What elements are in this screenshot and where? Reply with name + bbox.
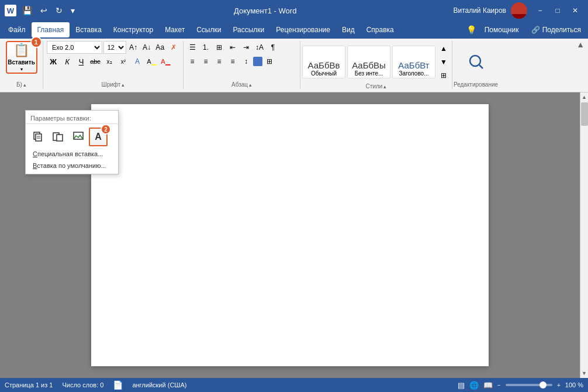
menu-view[interactable]: Вид [336, 22, 361, 37]
menu-home[interactable]: Главная [32, 22, 70, 37]
layout-print-btn[interactable]: ▤ [458, 381, 465, 390]
menu-review[interactable]: Рецензирование [270, 22, 336, 37]
minimize-btn[interactable]: − [532, 4, 548, 17]
sort-btn[interactable]: ↕A [253, 41, 266, 54]
paste-special-item[interactable]: Специальная вставка... [26, 148, 118, 160]
document-page[interactable] [91, 104, 489, 366]
decrease-indent-btn[interactable]: ⇤ [226, 41, 239, 54]
font-size-select[interactable]: 12 [103, 41, 126, 54]
styles-label: Стили ▴ [303, 83, 449, 91]
para-row-1: ☰ 1. ⊞ ⇤ ⇥ ↕A ¶ [186, 41, 298, 54]
paste-picture-btn[interactable] [69, 128, 88, 146]
shading-btn[interactable] [253, 57, 262, 66]
help-light-icon[interactable]: 💡 [466, 25, 476, 35]
shrink-font-btn[interactable]: A↓ [141, 41, 153, 54]
qa-more-btn[interactable]: ▾ [68, 5, 77, 16]
styles-more[interactable]: ⊞ [437, 69, 450, 82]
grow-font-btn[interactable]: A↑ [127, 41, 140, 54]
user-avatar [511, 2, 527, 19]
bold-btn[interactable]: Ж [47, 55, 60, 68]
clipboard-content: 📋 Вставить ▾ 1 [6, 41, 37, 81]
menu-layout[interactable]: Макет [159, 22, 191, 37]
bullets-btn[interactable]: ☰ [186, 41, 199, 54]
share-btn[interactable]: 🔗 Поделиться [527, 23, 586, 36]
subscript-btn[interactable]: x₂ [103, 55, 116, 68]
paragraph-label: Абзац ▴ [186, 81, 298, 89]
zoom-in-btn[interactable]: + [557, 382, 561, 388]
save-btn[interactable]: 💾 [20, 5, 34, 16]
style-heading1-preview: АаБбВт [398, 60, 429, 70]
font-color-btn[interactable]: A▁ [159, 55, 172, 68]
style-normal[interactable]: АаБбВв Обычный [302, 46, 345, 78]
show-marks-btn[interactable]: ¶ [267, 41, 279, 54]
increase-indent-btn[interactable]: ⇥ [240, 41, 253, 54]
numbering-btn[interactable]: 1. [199, 41, 212, 54]
superscript-btn[interactable]: x² [117, 55, 130, 68]
align-center-btn[interactable]: ≡ [199, 55, 212, 68]
styles-scroll-down[interactable]: ▼ [437, 56, 450, 68]
svg-line-3 [479, 65, 483, 68]
menu-insert[interactable]: Вставка [70, 22, 108, 37]
assistant-btn[interactable]: Помощник [480, 23, 524, 36]
clear-format-btn[interactable]: ✗ [167, 41, 179, 54]
styles-scroll-up[interactable]: ▲ [437, 42, 450, 55]
borders-btn[interactable]: ⊞ [263, 55, 276, 68]
menu-help[interactable]: Справка [361, 22, 400, 37]
ribbon-collapse-btn[interactable]: ▲ [575, 39, 586, 50]
change-case-btn[interactable]: Аа [154, 41, 166, 54]
align-right-btn[interactable]: ≡ [213, 55, 226, 68]
scroll-down-btn[interactable]: ▼ [580, 369, 589, 378]
close-btn[interactable]: ✕ [567, 4, 583, 17]
paste-default-item[interactable]: Вставка по умолчанию... [26, 160, 118, 171]
page-count: Страница 1 из 1 [5, 381, 53, 388]
align-left-btn[interactable]: ≡ [186, 55, 199, 68]
layout-read-btn[interactable]: 📖 [483, 381, 493, 390]
title-bar-left: W 💾 ↩ ↻ ▾ [5, 5, 77, 16]
highlight-btn[interactable]: A▁ [145, 55, 158, 68]
language[interactable]: английский (США) [132, 381, 186, 388]
font-group: Exo 2.0 12 A↑ A↓ Аа ✗ Ж К Ч abc x₂ x² [43, 41, 184, 89]
menu-references[interactable]: Ссылки [191, 22, 227, 37]
menu-bar: Файл Главная Вставка Конструктор Макет С… [0, 21, 588, 39]
paste-options-popup: Параметры вставки: A 2 Специальная встав… [25, 110, 119, 174]
multilevel-btn[interactable]: ⊞ [213, 41, 226, 54]
strikethrough-btn[interactable]: abc [89, 55, 102, 68]
styles-content: АаБбВв Обычный АаБбВы Без инте... АаБбВт… [302, 41, 450, 83]
zoom-level[interactable]: 100 % [565, 381, 583, 388]
paste-keep-text-btn[interactable]: A 2 [89, 128, 108, 146]
zoom-out-btn[interactable]: − [497, 382, 501, 388]
paste-merge-formatting-btn[interactable] [49, 128, 68, 146]
layout-web-btn[interactable]: 🌐 [469, 381, 479, 390]
proofing-icon[interactable]: 📄 [113, 380, 123, 390]
app-window: W 💾 ↩ ↻ ▾ Документ1 - Word Виталий Каиро… [0, 0, 588, 392]
clipboard-group: 📋 Вставить ▾ 1 Б) ▴ [2, 41, 43, 89]
justify-btn[interactable]: ≡ [226, 55, 239, 68]
menu-file[interactable]: Файл [2, 22, 32, 37]
italic-btn[interactable]: К [61, 55, 74, 68]
style-no-spacing[interactable]: АаБбВы Без инте... [347, 46, 390, 78]
vertical-scrollbar: ▲ ▼ [580, 92, 588, 378]
search-edit-btn[interactable] [465, 51, 486, 72]
font-controls: Exo 2.0 12 A↑ A↓ Аа ✗ Ж К Ч abc x₂ x² [47, 41, 179, 68]
text-effects-btn[interactable]: A [131, 55, 144, 68]
scroll-up-btn[interactable]: ▲ [580, 92, 589, 102]
paste-keep-source-btn[interactable] [29, 128, 48, 146]
undo-btn[interactable]: ↩ [38, 5, 50, 16]
scroll-thumb[interactable] [581, 102, 588, 126]
underline-btn[interactable]: Ч [75, 55, 88, 68]
menu-design[interactable]: Конструктор [108, 22, 159, 37]
user-name: Виталий Каиров [453, 6, 506, 15]
font-label: Шрифт ▴ [47, 81, 179, 89]
clipboard-label: Б) ▴ [5, 81, 38, 89]
step-1-badge: 1 [30, 36, 42, 48]
scroll-track[interactable] [580, 102, 588, 369]
window-controls: − □ ✕ [532, 4, 583, 17]
line-spacing-btn[interactable]: ↕ [240, 55, 253, 68]
redo-btn[interactable]: ↻ [53, 5, 65, 16]
font-name-select[interactable]: Exo 2.0 [47, 41, 102, 54]
menu-mailings[interactable]: Рассылки [227, 22, 270, 37]
zoom-slider[interactable] [506, 384, 552, 386]
word-count: Число слов: 0 [62, 381, 103, 388]
style-heading1[interactable]: АаБбВт Заголово... [392, 46, 435, 78]
maximize-btn[interactable]: □ [549, 4, 566, 17]
